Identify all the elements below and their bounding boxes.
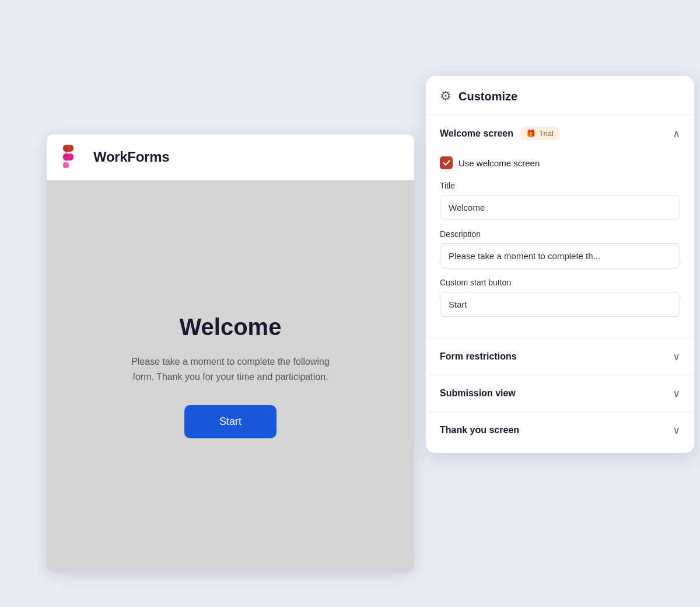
welcome-screen-header[interactable]: Welcome screen 🎁 Trial ∧	[426, 115, 694, 152]
accordion-form-restrictions: Form restrictions ∨	[426, 339, 694, 375]
use-welcome-label: Use welcome screen	[459, 158, 540, 168]
title-input[interactable]	[440, 195, 680, 220]
button-label: Custom start button	[440, 278, 680, 287]
customize-panel: ⚙ Customize Welcome screen 🎁 Trial ∧	[426, 76, 694, 453]
chevron-down-icon-submission: ∨	[673, 387, 680, 400]
preview-start-button[interactable]: Start	[184, 405, 276, 438]
accordion-submission-view: Submission view ∨	[426, 375, 694, 412]
gear-icon: ⚙	[440, 89, 452, 104]
form-restrictions-header-left: Form restrictions	[440, 351, 517, 362]
form-restrictions-title: Form restrictions	[440, 351, 517, 362]
use-welcome-row: Use welcome screen	[440, 156, 680, 169]
app-title: WorkForms	[93, 149, 169, 165]
thank-you-screen-header-left: Thank you screen	[440, 425, 519, 435]
submission-view-title: Submission view	[440, 388, 516, 399]
gift-icon: 🎁	[526, 129, 536, 138]
chevron-up-icon: ∧	[673, 127, 680, 140]
title-field: Title	[440, 181, 680, 220]
chevron-down-icon-restrictions: ∨	[673, 350, 680, 363]
svg-rect-0	[63, 145, 74, 152]
preview-header: WorkForms	[47, 134, 414, 180]
title-label: Title	[440, 181, 680, 190]
preview-welcome-title: Welcome	[180, 314, 282, 340]
customize-header: ⚙ Customize	[426, 76, 694, 115]
svg-rect-2	[63, 162, 69, 168]
description-label: Description	[440, 229, 680, 239]
preview-panel: WorkForms Welcome Please take a moment t…	[47, 134, 414, 572]
description-field: Description	[440, 229, 680, 268]
use-welcome-checkbox[interactable]	[440, 156, 453, 169]
button-input[interactable]	[440, 292, 680, 317]
workforms-logo	[63, 146, 85, 168]
form-restrictions-header[interactable]: Form restrictions ∨	[426, 339, 694, 375]
welcome-screen-content: Use welcome screen Title Description Cus…	[426, 152, 694, 338]
chevron-down-icon-thankyou: ∨	[673, 424, 680, 437]
accordion-thank-you-screen: Thank you screen ∨	[426, 412, 694, 448]
welcome-screen-title: Welcome screen	[440, 128, 513, 139]
trial-badge-text: Trial	[539, 129, 554, 138]
welcome-screen-header-left: Welcome screen 🎁 Trial	[440, 127, 559, 140]
thank-you-screen-title: Thank you screen	[440, 425, 519, 435]
customize-title: Customize	[459, 90, 517, 103]
accordion-welcome-screen: Welcome screen 🎁 Trial ∧ Use welcome scr…	[426, 115, 694, 339]
button-field: Custom start button	[440, 278, 680, 317]
svg-rect-1	[63, 154, 74, 161]
submission-view-header-left: Submission view	[440, 388, 516, 399]
submission-view-header[interactable]: Submission view ∨	[426, 375, 694, 411]
preview-description: Please take a moment to complete the fol…	[131, 354, 330, 384]
trial-badge: 🎁 Trial	[520, 127, 559, 140]
preview-body: Welcome Please take a moment to complete…	[47, 180, 414, 572]
description-input[interactable]	[440, 243, 680, 268]
thank-you-screen-header[interactable]: Thank you screen ∨	[426, 412, 694, 448]
svg-rect-3	[65, 145, 68, 161]
